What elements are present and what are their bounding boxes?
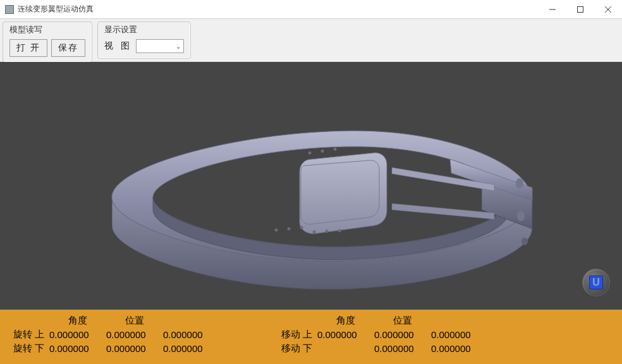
model-render [77,115,545,292]
svg-point-13 [308,152,312,155]
svg-point-14 [321,150,324,153]
group-display: 显示设置 视 图 ⌄ [97,21,191,59]
row-label: 移动 下 [274,343,317,355]
status-header-row: 角度 位置 角度 位置 [6,313,616,327]
window-controls [539,0,622,18]
svg-point-11 [326,230,329,233]
row-value: 0.000000 [163,343,220,354]
row-value: 0.000000 [317,329,374,340]
row-value: 0.000000 [374,343,431,354]
row-label: 移动 上 [274,329,317,341]
svg-point-4 [516,178,523,188]
status-bar: 角度 位置 角度 位置 旋转 上 0.000000 0.000000 0.000… [0,310,622,364]
svg-point-6 [521,238,528,245]
svg-rect-1 [578,6,583,12]
row-value: 0.000000 [49,343,106,354]
app-icon [5,5,14,14]
row-value: 0.000000 [106,343,163,354]
row-value: 0.000000 [374,329,431,340]
svg-point-10 [313,231,316,234]
row-label: 旋转 下 [6,343,49,355]
viewport-3d[interactable]: U [0,62,622,310]
save-button[interactable]: 保存 [51,39,85,57]
status-row: 旋转 上 0.000000 0.000000 0.000000 移动 上 0.0… [6,327,616,341]
open-button[interactable]: 打 开 [9,39,47,57]
status-row: 旋转 下 0.000000 0.000000 0.000000 移动 下 0.0… [6,341,616,355]
svg-point-8 [288,228,291,231]
close-button[interactable] [594,0,622,18]
maximize-button[interactable] [566,0,594,18]
viewcube[interactable]: U [583,269,609,296]
viewcube-letter: U [589,276,603,289]
row-value: 0.000000 [431,329,488,340]
svg-point-15 [334,148,337,151]
row-label: 旋转 上 [6,329,49,341]
row-value: 0.000000 [49,329,106,340]
header-pos-left: 位置 [106,315,163,327]
group-display-title: 显示设置 [104,24,184,35]
header-pos-right: 位置 [374,315,431,327]
window-title: 连续变形翼型运动仿真 [18,4,539,15]
titlebar: 连续变形翼型运动仿真 [0,0,622,19]
group-model-io: 模型读写 打 开 保存 [3,21,92,63]
svg-point-7 [300,226,303,229]
view-combo[interactable]: ⌄ [136,39,184,53]
toolbar: 模型读写 打 开 保存 显示设置 视 图 ⌄ [0,19,622,62]
view-label: 视 图 [104,40,132,52]
svg-point-9 [275,229,278,232]
row-value: 0.000000 [163,329,220,340]
row-value: 0.000000 [431,343,488,354]
svg-point-5 [517,211,525,221]
row-value: 0.000000 [106,329,163,340]
header-angle-left: 角度 [49,315,106,327]
minimize-button[interactable] [539,0,566,18]
svg-point-12 [338,229,341,233]
header-angle-right: 角度 [317,315,374,327]
group-model-io-title: 模型读写 [9,24,85,35]
chevron-down-icon: ⌄ [176,43,181,50]
